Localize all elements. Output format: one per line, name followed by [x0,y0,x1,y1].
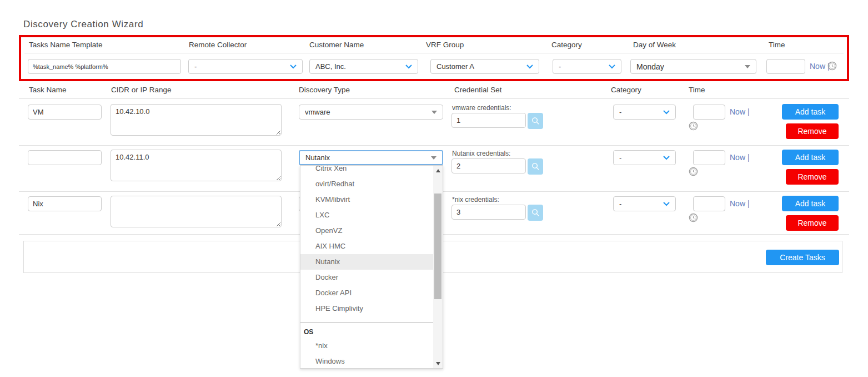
discovery-type-select[interactable]: vmware [299,105,443,120]
chevron-down-icon [663,110,670,115]
dropdown-item-openvz[interactable]: OpenVZ [300,223,433,239]
discovery-type-value: vmware [305,108,432,116]
dropdown-item-docker-api[interactable]: Docker API [300,285,433,301]
clock-icon[interactable] [689,167,698,176]
discovery-type-select-open[interactable]: Nutanix [299,150,443,165]
clock-icon[interactable] [689,121,698,131]
credentials-label: *nix credentials: [452,196,499,204]
header-category: Category [551,41,582,49]
scroll-up-icon[interactable] [433,166,443,175]
row-category-select[interactable]: - [613,150,676,165]
dropdown-item-citrix-xen[interactable]: Citrix Xen [300,165,433,176]
task-name-input[interactable] [28,105,102,120]
chevron-down-icon [663,202,670,206]
row-category-value: - [619,108,663,116]
create-tasks-button[interactable]: Create Tasks [766,250,839,265]
credential-set-input[interactable] [451,113,526,128]
header-discovery-type: Discovery Type [299,86,350,94]
chevron-down-icon [609,65,615,69]
dropdown-triangle-icon [745,65,750,68]
row-category-select[interactable]: - [613,196,676,211]
chevron-down-icon [526,65,533,69]
header-credential-set: Credential Set [454,86,502,94]
task-row: 10.42.10.0 vmware vmware credentials: - … [19,104,849,146]
credential-search-button[interactable] [528,113,543,129]
search-icon [531,116,540,126]
dropdown-item-ovirt-redhat[interactable]: ovirt/Redhat [300,176,433,192]
task-name-input[interactable] [28,196,102,211]
header-row-time: Time [689,86,705,94]
dropdown-item-hpe-cimplivity[interactable]: HPE Cimplivity [300,301,433,316]
dropdown-item-nix[interactable]: *nix [300,338,433,354]
scrollbar-thumb[interactable] [434,194,441,299]
dropdown-items: Citrix Xen ovirt/Redhat KVM/libvirt LXC … [300,165,433,369]
dropdown-group-os: OS [300,326,433,338]
remote-collector-value: - [194,62,290,71]
row-now-link[interactable]: Now | [730,199,750,208]
row-time-input[interactable] [693,196,725,211]
row-now-link[interactable]: Now | [730,107,750,116]
header-customer-name: Customer Name [309,41,364,49]
dropdown-item-windows[interactable]: Windows [300,354,433,369]
header-row-category: Category [611,86,641,94]
global-category-value: - [559,62,609,71]
search-icon [531,162,540,171]
discovery-type-value: Nutanix [305,153,431,162]
divider [19,98,849,99]
remote-collector-select[interactable]: - [188,59,303,74]
global-settings-section: Tasks Name Template Remote Collector Cus… [19,35,849,81]
day-of-week-value: Monday [636,62,745,71]
clock-icon[interactable] [827,61,837,71]
credential-set-input[interactable] [451,158,526,173]
vrf-group-value: Customer A [436,62,526,71]
row-time-input[interactable] [693,105,725,120]
row-category-value: - [619,153,663,162]
clock-icon[interactable] [689,213,698,222]
credential-search-button[interactable] [528,158,543,175]
row-category-value: - [619,200,663,208]
row-time-input[interactable] [693,150,725,165]
vrf-group-select[interactable]: Customer A [430,59,539,74]
remove-task-button[interactable]: Remove [786,215,839,231]
cidr-ip-range-textarea[interactable]: 10.42.11.0 [111,150,282,181]
day-of-week-select[interactable]: Monday [630,59,756,74]
header-day-of-week: Day of Week [633,41,676,49]
row-now-link[interactable]: Now | [730,153,750,162]
divider [24,53,844,53]
header-time: Time [769,41,785,49]
cidr-ip-range-textarea[interactable] [111,196,282,227]
header-task-name: Task Name [29,86,67,94]
row-category-select[interactable]: - [613,105,676,120]
global-now-link[interactable]: Now | [810,62,830,71]
credential-search-button[interactable] [528,205,543,221]
customer-name-select[interactable]: ABC, Inc. [309,59,418,74]
tasks-name-template-input[interactable] [28,59,181,74]
header-vrf-group: VRF Group [426,41,464,49]
dropdown-item-kvm-libvirt[interactable]: KVM/libvirt [300,192,433,207]
remove-task-button[interactable]: Remove [786,123,839,139]
discovery-creation-wizard-page: Discovery Creation Wizard Tasks Name Tem… [0,0,868,377]
dropdown-item-docker[interactable]: Docker [300,270,433,285]
add-task-button[interactable]: Add task [782,196,839,211]
credentials-label: Nutanix credentials: [452,150,510,157]
dropdown-item-aix-hmc[interactable]: AIX HMC [300,239,433,254]
customer-name-value: ABC, Inc. [315,62,405,71]
dropdown-item-lxc[interactable]: LXC [300,207,433,223]
chevron-down-icon [405,65,412,69]
dropdown-triangle-icon [432,111,437,114]
credential-set-input[interactable] [451,205,526,220]
task-name-input[interactable] [28,150,102,165]
discovery-type-dropdown-list: Citrix Xen ovirt/Redhat KVM/libvirt LXC … [300,165,443,369]
global-category-select[interactable]: - [553,59,621,74]
remove-task-button[interactable]: Remove [786,169,839,185]
header-remote-collector: Remote Collector [189,41,247,49]
dropdown-item-nutanix[interactable]: Nutanix [300,254,433,270]
cidr-ip-range-textarea[interactable]: 10.42.10.0 [111,104,282,136]
chevron-down-icon [290,65,297,69]
scroll-down-icon[interactable] [433,359,443,368]
add-task-button[interactable]: Add task [782,150,839,165]
chevron-down-icon [663,156,670,160]
dropdown-scrollbar[interactable] [433,166,443,368]
add-task-button[interactable]: Add task [782,104,839,120]
global-time-input[interactable] [766,59,805,74]
